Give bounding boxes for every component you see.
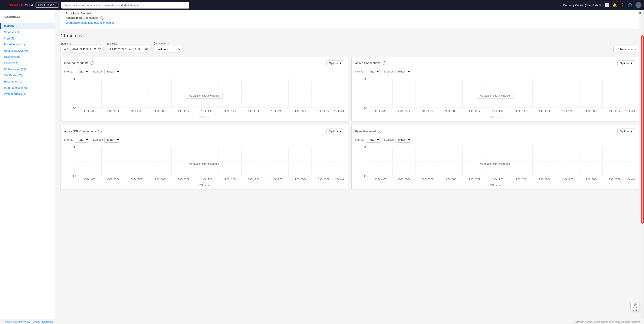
scrollbar-indicator[interactable]	[641, 10, 644, 199]
active-connections-options-button[interactable]: Options ▼	[618, 60, 635, 66]
access-logs-label: Access logs:	[66, 16, 83, 20]
bytes-x-title: Time (UTC)	[355, 184, 635, 186]
access-logs-row: Access logs: Not enabled i	[66, 16, 634, 20]
avatar[interactable]: 👤	[636, 2, 642, 8]
svg-text:10:15: 10:15	[515, 110, 527, 113]
error-logs-row: Error logs: Enabled	[66, 12, 634, 15]
bytes-statistic-select[interactable]: MeanSumCountMaxMin	[395, 137, 411, 143]
ssl-statistic-select[interactable]: MeanSumCountMaxMin	[104, 137, 120, 143]
metrics-section: 11 metrics Start time Jul 12, 2024 09:42…	[60, 29, 639, 194]
hamburger-menu[interactable]: ☰	[2, 3, 6, 8]
svg-text:10:20: 10:20	[538, 178, 550, 181]
svg-text:09:50: 09:50	[398, 110, 410, 113]
svg-text:10:15: 10:15	[224, 178, 236, 181]
scrollbar-thumb[interactable]	[642, 35, 644, 199]
svg-text:10:10: 10:10	[201, 178, 212, 181]
globe-icon[interactable]: 🌐	[628, 3, 632, 7]
cloud-classic-button[interactable]: Cloud Classic >	[36, 3, 59, 8]
active-ssl-chart-area: 1 0 09:45 09:50 09:55 10:00 10:05 10:10 …	[64, 145, 344, 183]
active-connections-info-icon[interactable]: i	[383, 61, 386, 65]
region-selector[interactable]: Germany Central (Frankfurt) ▼	[563, 4, 602, 7]
active-conn-statistic-group: Statistic MeanSumCountMaxMin	[384, 69, 411, 74]
active-ssl-controls: Interval Auto1m5m15m Statistic MeanSumCo…	[64, 137, 344, 143]
active-conn-interval-select[interactable]: Auto1m5m15m	[366, 69, 380, 74]
ssl-interval-group: Interval Auto1m5m15m	[64, 137, 89, 143]
learn-more-link[interactable]: Learn more about load balancer logging.	[66, 21, 115, 24]
terminal-icon[interactable]: ⬜	[605, 3, 609, 7]
active-conn-interval-label: Interval	[355, 70, 364, 73]
bytes-received-card: Bytes Received i Options ▼ Interval Auto…	[352, 125, 639, 190]
bytes-received-title: Bytes Received i	[355, 130, 381, 133]
inbound-requests-info-icon[interactable]: i	[90, 61, 94, 65]
quick-selects-dropdown[interactable]: Last hour Last 6 hours Last 24 hours Las…	[154, 46, 181, 53]
active-connections-options-chevron-icon: ▼	[630, 62, 633, 65]
access-logs-value-text: Not enabled	[84, 16, 98, 20]
sidebar-item-work-requests[interactable]: Work requests (1)	[0, 91, 55, 97]
svg-text:09:55: 09:55	[422, 178, 434, 181]
svg-text:09:55: 09:55	[131, 178, 142, 181]
active-connections-controls: Interval Auto1m5m15m Statistic MeanSumCo…	[355, 69, 635, 74]
sidebar-item-hostnames[interactable]: Hostnames (0)	[0, 79, 55, 85]
bytes-received-options-button[interactable]: Options ▼	[618, 129, 635, 134]
start-time-input-wrap[interactable]: Jul 12, 2024 09:42:30 UTC 📅	[60, 46, 104, 53]
bytes-no-data-label: No data for this time range.	[477, 161, 514, 167]
reset-charts-button[interactable]: ↺ Reset charts	[613, 46, 639, 53]
sidebar-item-listeners[interactable]: Listeners (1)	[0, 60, 55, 66]
inbound-statistic-select[interactable]: MeanSumCountMaxMin	[104, 69, 120, 74]
active-conn-x-title: Time (UTC)	[355, 115, 635, 118]
inbound-interval-select[interactable]: Auto1m5m15m	[75, 69, 89, 74]
start-time-value: Jul 12, 2024 09:42:30 UTC	[63, 48, 96, 51]
active-ssl-connections-card: Active SSL Connections i Options ▼ Inter…	[60, 125, 348, 190]
active-ssl-connections-header: Active SSL Connections i Options ▼	[64, 129, 344, 134]
svg-text:1: 1	[73, 77, 76, 80]
svg-text:10:00: 10:00	[154, 110, 166, 113]
svg-text:09:50: 09:50	[107, 178, 119, 181]
sidebar: Resources Metrics Smart check Logs (1) B…	[0, 10, 55, 199]
bytes-received-info-icon[interactable]: i	[378, 130, 381, 133]
access-logs-info-icon[interactable]: i	[100, 17, 104, 20]
end-time-calendar-icon[interactable]: 📅	[144, 48, 148, 51]
svg-text:10:25: 10:25	[271, 178, 282, 181]
bytes-statistic-group: Statistic MeanSumCountMaxMin	[384, 137, 411, 143]
svg-text:09:45: 09:45	[84, 110, 96, 113]
svg-text:10:30: 10:30	[585, 178, 597, 181]
active-ssl-options-button[interactable]: Options ▼	[326, 129, 344, 134]
svg-text:10:10: 10:10	[492, 178, 504, 181]
sidebar-item-certificates[interactable]: Certificates (0)	[0, 72, 55, 79]
help-icon[interactable]: ❓	[620, 3, 624, 7]
search-input[interactable]	[64, 4, 187, 7]
svg-text:10:30: 10:30	[294, 110, 306, 113]
svg-text:10:05: 10:05	[178, 110, 189, 113]
sidebar-item-routing-policies[interactable]: Routing policies (0)	[0, 48, 55, 54]
sidebar-item-backend-sets[interactable]: Backend sets (1)	[0, 41, 55, 48]
sidebar-item-smart-check[interactable]: Smart check	[0, 29, 55, 35]
start-time-calendar-icon[interactable]: 📅	[98, 48, 101, 51]
svg-text:10:15: 10:15	[515, 178, 527, 181]
sidebar-item-rule-sets[interactable]: Rule sets (0)	[0, 54, 55, 60]
svg-text:09:45: 09:45	[84, 178, 96, 181]
svg-text:1: 1	[364, 146, 366, 149]
svg-text:10:30: 10:30	[294, 178, 306, 181]
inbound-requests-options-button[interactable]: Options ▼	[326, 60, 344, 66]
inbound-requests-controls: Interval Auto1m5m15m Statistic MeanSumCo…	[64, 69, 344, 74]
active-ssl-info-icon[interactable]: i	[98, 130, 102, 133]
svg-text:09:50: 09:50	[398, 178, 410, 181]
sidebar-item-path-route-sets[interactable]: Path route sets (0)	[0, 85, 55, 91]
sidebar-item-logs[interactable]: Logs (1)	[0, 35, 55, 41]
search-bar[interactable]	[61, 2, 189, 9]
bytes-interval-select[interactable]: Auto1m5m15m	[366, 137, 380, 143]
active-conn-statistic-select[interactable]: MeanSumCountMaxMin	[395, 69, 411, 74]
sidebar-item-metrics[interactable]: Metrics	[0, 23, 55, 29]
ssl-no-data-label: No data for this time range.	[186, 161, 222, 167]
bell-icon[interactable]: 🔔	[612, 3, 617, 7]
svg-text:09:55: 09:55	[131, 110, 142, 113]
active-conn-no-data-label: No data for this time range.	[477, 93, 514, 99]
svg-text:0: 0	[73, 106, 76, 109]
end-time-input-wrap[interactable]: Jul 12, 2024 10:42:30 UTC 📅	[107, 46, 150, 53]
bytes-statistic-label: Statistic	[384, 138, 394, 141]
svg-text:09:45: 09:45	[375, 178, 386, 181]
svg-text:10:20: 10:20	[248, 110, 259, 113]
sidebar-item-cipher-suites[interactable]: Cipher suites (10)	[0, 66, 55, 72]
ssl-interval-select[interactable]: Auto1m5m15m	[75, 137, 89, 143]
oracle-text: ORACLE	[8, 4, 23, 7]
